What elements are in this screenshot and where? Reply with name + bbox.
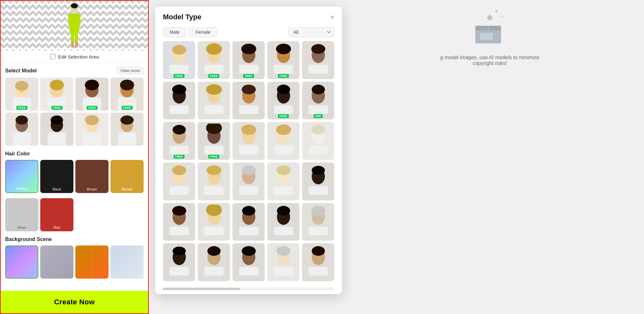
modal-model-4[interactable]: FREE [267,41,299,79]
svg-rect-121 [308,226,328,235]
model-thumb[interactable] [75,113,109,146]
svg-point-78 [172,125,185,134]
modal-model-23[interactable] [232,203,265,241]
swatch-label-default: Default [16,187,27,190]
modal-model-3[interactable]: FREE [232,41,265,79]
svg-rect-8 [71,42,74,48]
modal-model-11[interactable]: FREE [163,122,195,160]
hair-color-brown[interactable]: Brown [75,160,109,193]
modal-model-7[interactable] [198,82,230,120]
model-thumb[interactable]: FREE [40,78,73,111]
swatch-label-blonde: Blonde [121,187,132,191]
modal-model-22[interactable] [198,203,230,241]
model-face-8 [110,113,144,146]
model-thumb[interactable]: FREE [75,78,109,111]
bottom-scrollbar[interactable] [163,288,334,290]
empty-box-icon: ✦ ✦ ✦ [469,6,511,48]
svg-point-117 [277,206,290,216]
hair-color-blonde[interactable]: Blonde [110,160,144,193]
modal-model-8[interactable] [232,82,265,120]
modal-model-17[interactable] [198,162,230,200]
modal-scroll[interactable]: FREE FREE FREE [155,41,342,286]
svg-rect-136 [308,267,328,276]
empty-text: g model images, use AI models to minimiz… [435,55,545,66]
filter-female-button[interactable]: Female [189,27,217,37]
modal-model-27[interactable] [198,243,230,281]
svg-text:✦: ✦ [498,20,500,23]
modal-model-28[interactable] [232,243,265,281]
modal-model-24[interactable] [267,203,299,241]
filter-dropdown[interactable]: All Asian Black Caucasian Hispanic Middl… [289,27,334,37]
svg-rect-109 [169,226,189,235]
svg-rect-34 [13,133,31,146]
modal-model-14[interactable] [267,122,299,160]
model-modal-grid: FREE FREE FREE [163,41,334,281]
modal-model-5[interactable] [302,41,334,79]
model-grid: FREE FREE FREE [5,78,144,146]
svg-point-126 [207,246,220,256]
scrollbar-thumb [163,288,240,290]
free-badge-11: FREE [174,155,185,159]
model-thumb[interactable]: FREE [5,78,38,111]
modal-model-12[interactable]: FREE [198,122,230,160]
svg-rect-2 [68,14,71,25]
hair-color-black[interactable]: Black [40,160,73,193]
modal-model-6[interactable] [163,82,195,120]
bg-scene-1[interactable] [5,245,38,279]
modal-title: Model Type [163,13,201,21]
svg-point-108 [172,206,186,216]
hair-color-silver[interactable]: Silver [5,198,38,231]
svg-rect-42 [83,133,101,146]
edit-selection-button[interactable]: Edit Selection Area [1,51,148,63]
bg-scene-3[interactable] [75,245,109,279]
modal-model-2[interactable]: FREE [198,41,230,79]
model-thumb[interactable] [110,113,144,146]
svg-point-87 [276,125,291,135]
view-more-button[interactable]: View more [117,67,144,74]
create-now-button[interactable]: Create Now [1,291,148,313]
svg-rect-79 [169,146,189,154]
svg-point-72 [277,85,290,94]
model-thumb[interactable] [40,113,73,146]
modal-model-18[interactable] [232,162,265,200]
svg-text:✦: ✦ [501,15,504,18]
svg-rect-58 [274,65,293,73]
modal-model-9[interactable]: FREE [267,82,299,120]
modal-model-30[interactable] [302,243,334,281]
svg-rect-100 [239,186,258,195]
model-silhouette [63,3,86,48]
bg-scene-2[interactable] [40,245,73,279]
svg-point-99 [242,165,256,175]
modal-overlay: Model Type × Male Female All Asian Black… [155,6,342,294]
modal-filters: Male Female All Asian Black Caucasian Hi… [155,24,342,41]
model-thumb[interactable]: FREE [110,78,144,111]
modal-model-21[interactable] [163,203,195,241]
hair-color-red[interactable]: Red [40,198,73,231]
modal-model-29[interactable] [267,243,299,281]
svg-point-132 [276,246,290,256]
bg-scene-4[interactable] [110,245,144,279]
model-thumb[interactable] [5,113,38,146]
free-badge-3: FREE [243,74,254,78]
svg-marker-140 [487,14,493,21]
svg-point-135 [311,246,325,256]
modal-model-26[interactable] [163,243,195,281]
modal-model-19[interactable] [267,162,299,200]
modal-close-button[interactable]: × [330,14,334,20]
modal-model-10[interactable]: FRE [302,82,334,120]
svg-point-129 [242,246,256,256]
hair-color-default[interactable]: Default [5,160,38,193]
filter-male-button[interactable]: Male [163,27,186,37]
svg-point-93 [172,165,186,175]
svg-point-96 [206,165,221,175]
modal-model-13[interactable] [232,122,265,160]
hair-color-grid: Default Black Brown Blonde [5,160,144,193]
free-badge-2: FREE [208,74,219,78]
free-badge-4: FREE [278,74,289,78]
modal-model-1[interactable]: FREE [163,41,195,79]
svg-point-41 [85,115,99,125]
modal-model-20[interactable] [302,162,334,200]
modal-model-15[interactable] [302,122,334,160]
modal-model-16[interactable] [163,162,195,200]
modal-model-25[interactable] [302,203,334,241]
